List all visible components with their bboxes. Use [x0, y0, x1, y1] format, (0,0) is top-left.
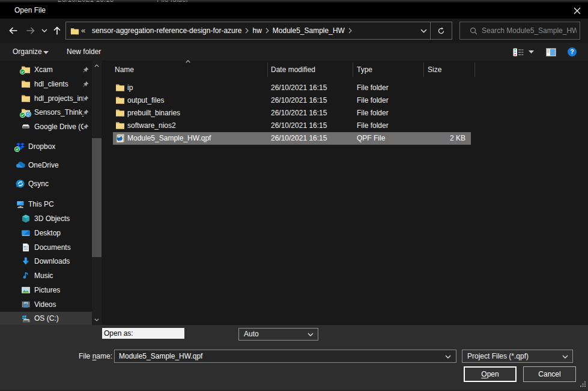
file-name-combobox[interactable]: Module5_Sample_HW.qpf	[114, 350, 456, 363]
sidebar-item-label: 3D Objects	[34, 212, 70, 225]
column-separator[interactable]	[474, 62, 475, 77]
sidebar-item-documents[interactable]: Documents	[0, 241, 92, 254]
column-header-date-modified[interactable]: Date modified	[271, 62, 315, 77]
file-type: File folder	[357, 120, 389, 132]
close-button[interactable]	[570, 2, 584, 19]
sync-check-badge-icon	[14, 147, 20, 152]
sidebar-item-qsync[interactable]: Qsync	[0, 177, 92, 190]
sidebar-item-pictures[interactable]: Pictures	[0, 283, 92, 297]
file-name: ip	[127, 82, 133, 94]
computer-icon	[16, 199, 25, 209]
onedrive-icon	[16, 160, 25, 170]
file-date: 26/10/2021 16:15	[271, 107, 327, 120]
file-date: 26/10/2021 16:15	[271, 132, 327, 145]
folder-icon	[115, 108, 125, 118]
cancel-button[interactable]: Cancel	[523, 366, 576, 382]
address-dropdown-chevron[interactable]	[420, 29, 427, 33]
sidebar-item-xcam[interactable]: Xcam	[0, 63, 92, 76]
chevron-right-icon	[348, 28, 352, 34]
film-icon	[21, 300, 31, 309]
file-row-module5-sample-hw-selected[interactable]: Module5_Sample_HW.qpf 26/10/2021 16:15 Q…	[0, 132, 588, 145]
preview-pane-icon[interactable]	[546, 48, 556, 56]
scrollbar-thumb[interactable]	[92, 138, 102, 257]
chevron-right-icon	[245, 28, 249, 34]
sidebar-item-label: Pictures	[34, 283, 60, 297]
sidebar-item-os-c[interactable]: OS (C:)	[0, 312, 92, 325]
scroll-up-icon[interactable]	[94, 64, 99, 67]
os-drive-icon	[21, 314, 31, 323]
breadcrumb-item[interactable]: hw	[251, 26, 262, 35]
sidebar-item-label: Documents	[34, 241, 71, 254]
open-button[interactable]: Open	[464, 366, 517, 382]
breadcrumb-item[interactable]: Module5_Sample_HW	[271, 26, 346, 35]
breadcrumb: sensor-aggregation-reference-design-for-…	[91, 22, 354, 39]
search-box	[459, 22, 580, 40]
folder-icon	[115, 95, 125, 105]
address-bar[interactable]: « sensor-aggregation-reference-design-fo…	[65, 22, 452, 40]
file-row-ip[interactable]: ip 26/10/2021 16:15 File folder	[0, 82, 588, 94]
sidebar-item-desktop[interactable]: Desktop	[0, 226, 92, 240]
folder-icon	[115, 83, 125, 92]
sidebar-item-3d-objects[interactable]: 3D Objects	[0, 212, 92, 225]
sidebar-item-this-pc[interactable]: This PC	[0, 198, 92, 211]
recent-locations-chevron[interactable]	[41, 29, 47, 32]
open-as-select[interactable]: Auto	[238, 328, 318, 341]
up-button[interactable]	[52, 26, 62, 35]
navigation-bar: « sensor-aggregation-reference-design-fo…	[0, 19, 588, 43]
search-input[interactable]	[482, 22, 577, 39]
file-row-output-files[interactable]: output_files 26/10/2021 16:15 File folde…	[0, 94, 588, 107]
sidebar-item-label: This PC	[28, 198, 54, 211]
folder-icon	[115, 121, 125, 130]
refresh-icon	[437, 27, 445, 35]
breadcrumb-collapsed-marker[interactable]: «	[81, 22, 85, 39]
column-header-type[interactable]: Type	[357, 62, 372, 77]
close-icon	[574, 7, 581, 14]
sidebar-item-onedrive[interactable]: OneDrive	[0, 159, 92, 172]
file-name: software_nios2	[127, 120, 176, 132]
help-button[interactable]	[568, 47, 577, 56]
views-dropdown-icon[interactable]	[529, 50, 534, 53]
column-separator[interactable]	[267, 62, 268, 77]
column-header-name[interactable]: Name	[115, 62, 134, 77]
sidebar-item-videos[interactable]: Videos	[0, 298, 92, 311]
folder-icon	[70, 26, 79, 36]
sidebar-item-label: OS (C:)	[34, 312, 59, 325]
sidebar-item-music[interactable]: Music	[0, 269, 92, 282]
file-name: Module5_Sample_HW.qpf	[127, 132, 211, 145]
file-type: File folder	[357, 107, 389, 120]
sidebar-item-downloads[interactable]: Downloads	[0, 255, 92, 268]
organize-dropdown-icon[interactable]	[43, 51, 49, 54]
file-row-prebuilt-binaries[interactable]: prebuilt_binaries 26/10/2021 16:15 File …	[0, 107, 588, 120]
open-as-value: Auto	[244, 329, 259, 340]
resize-grip[interactable]	[580, 381, 586, 387]
cube-icon	[21, 214, 31, 223]
file-row-software-nios2[interactable]: software_nios2 26/10/2021 16:15 File fol…	[0, 120, 588, 132]
column-separator[interactable]	[353, 62, 353, 77]
file-date: 26/10/2021 16:15	[271, 94, 327, 107]
search-icon	[470, 27, 477, 35]
file-name-value: Module5_Sample_HW.qpf	[119, 350, 202, 362]
chevron-right-icon	[265, 28, 269, 34]
back-button[interactable]	[8, 26, 18, 35]
views-icon[interactable]	[513, 48, 524, 56]
breadcrumb-item[interactable]: sensor-aggregation-reference-design-for-…	[91, 26, 243, 35]
new-folder-button[interactable]: New folder	[67, 43, 101, 61]
sidebar-item-label: Videos	[34, 298, 56, 311]
document-icon	[21, 243, 31, 252]
title-bar: Open File	[0, 2, 588, 19]
file-type-select[interactable]: Project Files (*.qpf)	[462, 350, 573, 363]
column-header-size[interactable]: Size	[428, 62, 441, 77]
organize-button[interactable]: Organize	[13, 43, 42, 61]
file-name: prebuilt_binaries	[127, 107, 180, 120]
file-type: File folder	[357, 94, 389, 107]
column-separator[interactable]	[423, 62, 424, 77]
sidebar-item-label: Music	[34, 269, 53, 282]
sidebar-item-label: Desktop	[34, 226, 61, 240]
file-name: output_files	[127, 94, 164, 107]
sidebar-item-label: Xcam	[34, 63, 53, 76]
refresh-button[interactable]	[430, 22, 452, 39]
scroll-down-icon[interactable]	[94, 318, 99, 321]
dialog-title: Open File	[14, 2, 46, 19]
forward-button[interactable]	[26, 26, 35, 35]
chevron-down-icon	[308, 333, 314, 336]
